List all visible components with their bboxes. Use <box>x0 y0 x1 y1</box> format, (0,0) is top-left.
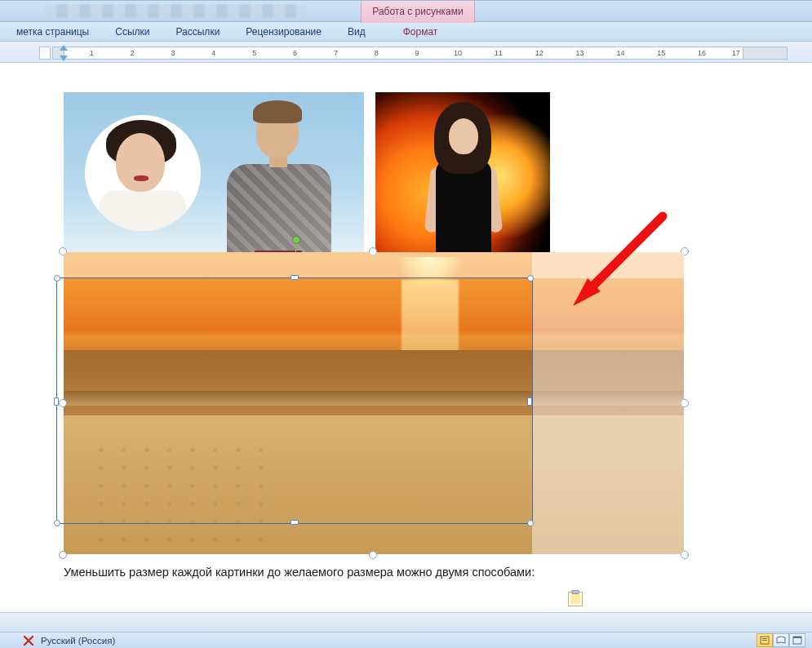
indent-marker-top[interactable] <box>60 45 68 51</box>
tab-format[interactable]: Формат <box>392 22 450 42</box>
ruler-num: 12 <box>535 49 544 57</box>
svg-rect-5 <box>793 637 801 638</box>
image2-woman-figure <box>426 102 501 259</box>
ruler-num: 3 <box>171 49 175 57</box>
ruler-num: 4 <box>211 49 215 57</box>
image-row <box>64 92 754 255</box>
ruler-num: 15 <box>657 49 665 57</box>
view-print-layout-button[interactable] <box>757 633 773 647</box>
tab-links[interactable]: Ссылки <box>104 22 161 42</box>
crop-handle-bm[interactable] <box>291 520 299 525</box>
ruler-num: 5 <box>252 49 256 57</box>
resize-handle[interactable] <box>59 551 67 559</box>
ruler-num: 7 <box>334 49 338 57</box>
ruler-num: 16 <box>698 49 706 57</box>
ruler-num: 1 <box>90 49 94 57</box>
crop-handle-ml[interactable] <box>54 397 59 406</box>
view-reading-button[interactable] <box>773 633 789 647</box>
spellcheck-error-icon[interactable] <box>21 634 36 647</box>
tab-review[interactable]: Рецензирование <box>234 22 333 42</box>
crop-handle-tm[interactable] <box>291 275 299 280</box>
document-area[interactable]: Уменьшить размер каждой картинки до жела… <box>0 63 812 632</box>
status-bar: Русский (Россия) <box>0 632 812 648</box>
crop-handle-tr[interactable] <box>527 275 534 282</box>
bottom-strip <box>0 612 812 632</box>
svg-rect-2 <box>762 638 767 639</box>
view-buttons <box>757 633 805 647</box>
ruler-margin-right <box>743 47 787 59</box>
ruler-num: 6 <box>293 49 297 57</box>
tab-page-layout[interactable]: метка страницы <box>5 22 100 42</box>
ruler-num: 11 <box>495 49 503 57</box>
status-language[interactable]: Русский (Россия) <box>41 636 115 646</box>
ruler-num: 17 <box>732 49 740 57</box>
embedded-image-2[interactable] <box>375 92 550 260</box>
ruler-num: 14 <box>616 49 624 57</box>
embedded-image-1[interactable] <box>64 92 364 260</box>
title-bar: Работа с рисунками <box>0 0 812 22</box>
image1-man-figure <box>209 97 348 260</box>
view-web-button[interactable] <box>789 633 805 647</box>
paste-options-button[interactable] <box>568 592 583 606</box>
crop-selection[interactable] <box>57 278 532 523</box>
indent-marker-bottom[interactable] <box>60 55 68 61</box>
image1-circle-portrait <box>85 115 201 231</box>
ruler-num: 13 <box>576 49 584 57</box>
horizontal-ruler[interactable]: 1 2 3 4 5 6 7 8 9 10 11 12 13 14 15 16 1… <box>52 47 788 60</box>
rotate-stem <box>295 244 296 252</box>
svg-rect-3 <box>762 640 767 641</box>
crop-handle-mr[interactable] <box>527 397 532 406</box>
crop-handle-br[interactable] <box>527 520 534 526</box>
ruler-num: 2 <box>131 49 135 57</box>
ruler-num: 9 <box>415 49 419 57</box>
tab-view[interactable]: Вид <box>336 22 377 42</box>
ruler-num: 10 <box>454 49 462 57</box>
embedded-image-sunset-selected[interactable] <box>64 252 684 554</box>
contextual-tab-picture-tools[interactable]: Работа с рисунками <box>361 1 475 23</box>
ruler-corner <box>39 47 51 60</box>
ruler-area: 1 2 3 4 5 6 7 8 9 10 11 12 13 14 15 16 1… <box>0 42 812 63</box>
crop-dim-right <box>532 252 684 554</box>
rotate-handle[interactable] <box>292 236 300 244</box>
ruler-ticks: 1 2 3 4 5 6 7 8 9 10 11 12 13 14 15 16 1… <box>64 47 743 59</box>
page: Уменьшить размер каждой картинки до жела… <box>52 63 754 255</box>
ruler-num: 8 <box>375 49 379 57</box>
crop-handle-bl[interactable] <box>54 520 60 526</box>
ribbon-tabs: метка страницы Ссылки Рассылки Рецензиро… <box>0 22 812 42</box>
resize-handle[interactable] <box>369 551 377 559</box>
clipboard-icon <box>571 590 579 594</box>
tab-mailings[interactable]: Рассылки <box>164 22 231 42</box>
window-title-blurred <box>45 4 306 18</box>
paragraph-text[interactable]: Уменьшить размер каждой картинки до жела… <box>64 566 535 579</box>
crop-handle-tl[interactable] <box>54 275 60 282</box>
